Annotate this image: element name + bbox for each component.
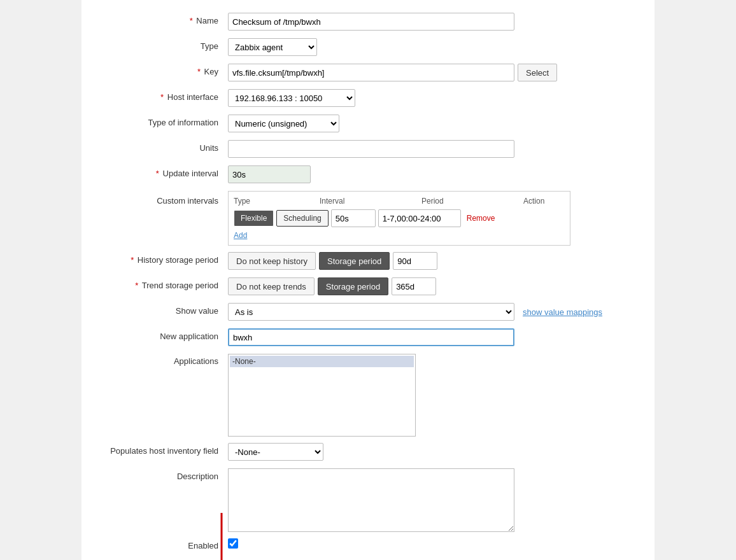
- key-input[interactable]: [228, 64, 514, 81]
- key-row: * Key Select: [101, 64, 635, 83]
- history-storage-row: * History storage period Do not keep his…: [101, 252, 635, 271]
- type-of-info-label: Type of information: [101, 115, 228, 127]
- custom-intervals-label: Custom intervals: [101, 191, 228, 206]
- type-label: Type: [101, 38, 228, 51]
- show-value-field: As is Service state show value mappings: [228, 303, 635, 321]
- custom-intervals-field: Type Interval Period Action Flexible Sch…: [228, 191, 635, 246]
- ci-interval-header: Interval: [316, 197, 418, 206]
- enabled-row: Enabled: [101, 538, 635, 557]
- type-row: Type Zabbix agent Zabbix agent (active) …: [101, 38, 635, 57]
- ci-period-input[interactable]: [378, 209, 461, 227]
- description-field: [228, 468, 635, 532]
- history-value-input[interactable]: [393, 252, 437, 270]
- units-label: Units: [101, 140, 228, 153]
- trend-storage-field: Do not keep trends Storage period: [228, 277, 635, 295]
- show-value-mappings-link[interactable]: show value mappings: [523, 307, 602, 317]
- scheduling-button[interactable]: Scheduling: [276, 210, 328, 227]
- update-interval-input[interactable]: [228, 165, 311, 183]
- name-label: * Name: [101, 13, 228, 25]
- type-select[interactable]: Zabbix agent Zabbix agent (active) Simpl…: [228, 38, 317, 56]
- ci-remove-link[interactable]: Remove: [467, 214, 495, 223]
- application-item[interactable]: -None-: [230, 356, 414, 367]
- host-interface-row: * Host interface 192.168.96.133 : 10050: [101, 89, 635, 108]
- key-field: Select: [228, 64, 635, 81]
- ci-action-header: Action: [520, 197, 565, 206]
- update-interval-row: * Update interval: [101, 165, 635, 185]
- description-row: Description: [101, 468, 635, 532]
- name-row: * Name: [101, 13, 635, 32]
- description-label: Description: [101, 468, 228, 481]
- enabled-label: Enabled: [101, 538, 228, 550]
- units-input[interactable]: [228, 140, 514, 158]
- no-keep-history-button[interactable]: Do not keep history: [228, 252, 316, 270]
- trend-storage-label: * Trend storage period: [101, 277, 228, 290]
- storage-period-history-button[interactable]: Storage period: [319, 252, 390, 270]
- name-input[interactable]: [228, 13, 514, 31]
- key-label: * Key: [101, 64, 228, 76]
- show-value-select[interactable]: As is Service state: [228, 303, 514, 321]
- new-application-field: [228, 328, 635, 346]
- applications-list[interactable]: -None-: [228, 354, 416, 437]
- populates-row: Populates host inventory field -None- Al…: [101, 443, 635, 462]
- name-field: [228, 13, 635, 31]
- ci-add-link[interactable]: Add: [234, 231, 565, 240]
- new-application-label: New application: [101, 328, 228, 341]
- host-interface-select[interactable]: 192.168.96.133 : 10050: [228, 89, 355, 107]
- flexible-button[interactable]: Flexible: [234, 210, 274, 227]
- enabled-checkbox[interactable]: [228, 538, 238, 549]
- populates-field: -None- Alias Asset tag Comments: [228, 443, 635, 461]
- applications-field: -None-: [228, 354, 635, 437]
- custom-intervals-row: Custom intervals Type Interval Period Ac…: [101, 191, 635, 246]
- custom-intervals-table: Type Interval Period Action Flexible Sch…: [228, 191, 570, 246]
- units-field: [228, 140, 635, 158]
- type-of-info-row: Type of information Numeric (unsigned) N…: [101, 115, 635, 134]
- units-row: Units: [101, 140, 635, 159]
- description-textarea[interactable]: [228, 468, 514, 532]
- show-value-row: Show value As is Service state show valu…: [101, 303, 635, 322]
- type-of-info-select[interactable]: Numeric (unsigned) Numeric (float) Chara…: [228, 115, 339, 132]
- update-interval-field: [228, 165, 635, 183]
- show-value-label: Show value: [101, 303, 228, 316]
- ci-header: Type Interval Period Action: [234, 197, 565, 206]
- storage-period-trend-button[interactable]: Storage period: [318, 277, 388, 295]
- trend-storage-row: * Trend storage period Do not keep trend…: [101, 277, 635, 297]
- no-keep-trends-button[interactable]: Do not keep trends: [228, 277, 315, 295]
- history-storage-field: Do not keep history Storage period: [228, 252, 635, 270]
- ci-period-header: Period: [418, 197, 520, 206]
- new-application-row: New application: [101, 328, 635, 347]
- type-of-info-field: Numeric (unsigned) Numeric (float) Chara…: [228, 115, 635, 132]
- update-interval-label: * Update interval: [101, 165, 228, 178]
- host-interface-field: 192.168.96.133 : 10050: [228, 89, 635, 107]
- applications-row: Applications -None-: [101, 354, 635, 437]
- ci-type-header: Type: [234, 197, 316, 206]
- enabled-field: [228, 538, 635, 549]
- select-button[interactable]: Select: [518, 64, 557, 81]
- populates-select[interactable]: -None- Alias Asset tag Comments: [228, 443, 323, 461]
- applications-label: Applications: [101, 354, 228, 366]
- ci-interval-input[interactable]: [331, 209, 376, 227]
- populates-label: Populates host inventory field: [101, 443, 228, 456]
- new-application-input[interactable]: [228, 328, 514, 346]
- type-field: Zabbix agent Zabbix agent (active) Simpl…: [228, 38, 635, 56]
- ci-row: Flexible Scheduling Remove: [234, 209, 565, 227]
- host-interface-label: * Host interface: [101, 89, 228, 102]
- history-storage-label: * History storage period: [101, 252, 228, 265]
- trend-value-input[interactable]: [392, 277, 436, 295]
